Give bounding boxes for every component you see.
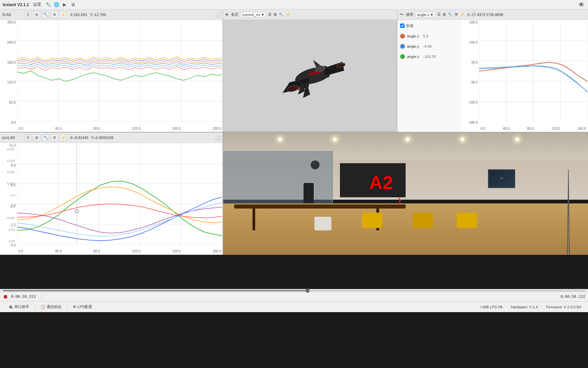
wave-panel-header: 〜 波形 angle.x ▼ ☰ ⊞ 🔧 ⚙ ⚡ X:-17.4373 Y:56… xyxy=(397,10,588,20)
scrubber-track[interactable] xyxy=(3,290,585,291)
legend-value-angle-y: -4.94 xyxy=(423,44,431,48)
ceiling-light-2 xyxy=(333,137,337,141)
model-dropdown[interactable]: current_no ▼ xyxy=(241,12,266,17)
playback-controls: ⏺ 0:00:38.313 xyxy=(3,294,42,300)
footer-comm-link[interactable]: 📋 通信协议 xyxy=(35,304,67,309)
bottom-controls-bar: ⏺ 0:00:38.313 0:00:58.132 xyxy=(0,292,588,301)
lps-label: LPS配置 xyxy=(78,304,92,309)
tool-icon[interactable]: 🔧 xyxy=(45,2,51,8)
wave-x-axis: 0.0 40.0 80.0 120.0 160.0 xyxy=(479,125,587,132)
wave-config-btn[interactable]: ⚙ xyxy=(455,12,458,17)
wave-coord-x: X:-17.4373 xyxy=(467,13,485,17)
person-silhouette xyxy=(304,183,314,203)
legend-label-angle-z: angle.z xyxy=(407,55,419,59)
model-dropdown-arrow: ▼ xyxy=(261,13,265,17)
scrubber-container xyxy=(0,289,588,292)
top-left-coord-y: Y:-12.766 xyxy=(90,13,106,17)
bottom-left-chart-body: 11.0 8.8 6.6 4.4 2.2 0.0 4.027 1.532 3.1… xyxy=(0,143,223,255)
eye-icon: 👁 xyxy=(578,1,585,8)
legend-dot-angle-x xyxy=(400,34,405,39)
wave-list-btn[interactable]: ☰ xyxy=(437,12,441,17)
time-total: 0:00:58.132 xyxy=(560,294,585,299)
select-all-row[interactable]: 全选 xyxy=(400,23,457,28)
bottom-left-chart-panel: s(m) A0 ☰ ⊞ 🔧 ⚙ ⚡ X:-8.91445 Y:-0.065519… xyxy=(0,132,223,255)
config-btn[interactable]: ⚙ xyxy=(51,11,58,18)
wave-table-btn[interactable]: ⊞ xyxy=(443,12,446,17)
serial-label: 串口助手 xyxy=(14,304,29,309)
menu-settings[interactable]: 设置 xyxy=(33,2,41,7)
comm-icon: 📋 xyxy=(40,305,45,309)
record-btn[interactable]: ⏺ xyxy=(3,294,8,300)
wave-coords: X:-17.4373 Y:56.9099 xyxy=(467,13,503,17)
wave-lightning-btn[interactable]: ⚡ xyxy=(460,12,465,17)
legend-label-angle-x: angle.x xyxy=(407,34,419,38)
wave-y-axis: 180.0 108.0 36.0 -36.0 -108.0 -180.0 xyxy=(460,20,479,125)
wave-chart-area: 180.0 108.0 36.0 -36.0 -108.0 -180.0 xyxy=(460,20,588,132)
bl-config-btn[interactable]: ⚙ xyxy=(51,134,58,141)
svg-point-18 xyxy=(336,62,346,69)
legend-label-angle-y: angle.y xyxy=(407,44,419,48)
eye-button[interactable]: 👁 xyxy=(578,1,585,9)
top-left-panel-name: SI A0 xyxy=(2,13,22,17)
yellow-chair-3 xyxy=(457,213,477,228)
scrubber-handle[interactable] xyxy=(306,289,310,293)
footer-serial-link[interactable]: 🔌 串口助手 xyxy=(3,304,35,309)
model-panel: ✈ 姿态 current_no ▼ ☰ ⊞ 🔧 ⚡ xyxy=(223,10,397,132)
lps-icon: ⚙ xyxy=(73,305,76,309)
title-toolbar: 🔧 🌐 ▶ 🖥 xyxy=(45,2,76,8)
footer-bar: 🔌 串口助手 📋 通信协议 ⚙ LPS配置 I-WB LPS PA Hardwa… xyxy=(0,301,588,312)
screen-icon[interactable]: 🖥 xyxy=(70,2,76,8)
wave-chart-svg xyxy=(479,20,587,122)
yellow-chair-2 xyxy=(413,213,433,228)
legend-angle-y: angle.y -4.94 xyxy=(400,44,457,49)
legend-value-angle-z: -163.29 xyxy=(423,55,436,59)
select-all-checkbox[interactable] xyxy=(400,24,405,28)
time-current: 0:00:38.313 xyxy=(11,294,36,299)
model-panel-header: ✈ 姿态 current_no ▼ ☰ ⊞ 🔧 ⚡ xyxy=(223,10,397,20)
wave-chart-with-legend: 全选 angle.x 5.5 angle.y -4.94 xyxy=(397,20,588,132)
top-left-panel-header: SI A0 ☰ ⊞ 🔧 ⚙ ⚡ X:181.041 Y:-12.766 ⬜ xyxy=(0,10,223,20)
wave-dropdown[interactable]: angle.x ▼ xyxy=(415,12,435,17)
scrubber-fill xyxy=(3,290,306,291)
top-left-expand-btn[interactable]: ⬜ xyxy=(215,12,220,17)
list-view-btn[interactable]: ☰ xyxy=(24,11,31,18)
top-right-section: ✈ 姿态 current_no ▼ ☰ ⊞ 🔧 ⚡ xyxy=(223,10,588,132)
globe-icon[interactable]: 🌐 xyxy=(53,2,60,8)
status-firmware: Firmware: V 2.0.0 B4 xyxy=(546,305,581,309)
wave-settings-btn[interactable]: 🔧 xyxy=(448,12,453,17)
model-plane-icon: ✈ xyxy=(225,12,229,17)
play-icon[interactable]: ▶ xyxy=(62,2,68,8)
yellow-chair-1 xyxy=(362,213,382,228)
model-panel-name: 姿态 xyxy=(231,12,239,17)
top-left-y-axis: 300.0 240.0 180.0 120.0 60.0 0.0 xyxy=(0,20,17,125)
legend-angle-z: angle.z -163.29 xyxy=(400,54,457,59)
glass-wall xyxy=(223,151,333,206)
model-table-btn[interactable]: ⊞ xyxy=(274,12,277,17)
bl-lightning-btn[interactable]: ⚡ xyxy=(60,134,67,141)
status-info: I-WB LPS PA Hardware: V 1.4 Firmware: V … xyxy=(480,305,585,309)
table-view-btn[interactable]: ⊞ xyxy=(33,11,40,18)
bl-settings-btn[interactable]: 🔧 xyxy=(42,134,49,141)
footer-lps-link[interactable]: ⚙ LPS配置 xyxy=(67,304,98,309)
legend-dot-angle-y xyxy=(400,44,405,49)
bl-table-btn[interactable]: ⊞ xyxy=(33,134,40,141)
floor xyxy=(223,203,588,255)
wave-panel-name: 波形 xyxy=(406,12,413,17)
model-settings-btn[interactable]: 🔧 xyxy=(279,12,283,17)
top-left-chart-body: 300.0 240.0 180.0 120.0 60.0 0.0 xyxy=(0,20,223,132)
wave-dropdown-arrow: ▼ xyxy=(430,13,434,17)
lightning-btn[interactable]: ⚡ xyxy=(60,11,67,18)
table-bar xyxy=(234,204,406,209)
model-lightning-btn[interactable]: ⚡ xyxy=(285,12,290,17)
status-product: I-WB LPS PA xyxy=(480,305,503,309)
bottom-left-expand-btn[interactable]: ⬜ xyxy=(215,135,220,140)
top-left-chart-svg xyxy=(17,20,222,121)
settings-btn[interactable]: 🔧 xyxy=(42,11,49,18)
bottom-left-coord-y: Y:-0.0655199 xyxy=(91,136,113,140)
bl-list-btn[interactable]: ☰ xyxy=(24,134,31,141)
app-title: Instant V2.1.1 xyxy=(3,2,29,7)
model-list-btn[interactable]: ☰ xyxy=(268,12,272,17)
camera-feed: 〜 A2 ) xyxy=(223,133,588,255)
top-left-x-axis: 0.0 40.0 80.0 120.0 160.0 200.0 xyxy=(17,125,223,132)
top-left-coord-x: X:181.041 xyxy=(70,13,87,17)
